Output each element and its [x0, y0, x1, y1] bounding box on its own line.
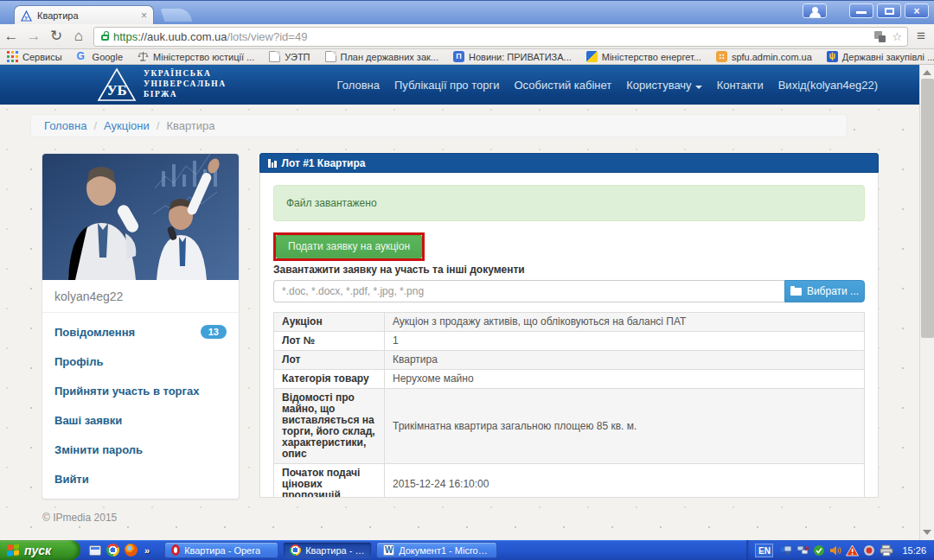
- close-button[interactable]: ×: [905, 3, 929, 18]
- task-word[interactable]: W Документ1 - Microso...: [376, 542, 497, 558]
- word-icon: W: [383, 544, 394, 556]
- person-icon: [812, 7, 818, 13]
- nav-contacts[interactable]: Контакти: [717, 79, 764, 92]
- url-host: ://auk.uub.com.ua: [138, 30, 227, 43]
- opera-icon: [171, 544, 180, 556]
- show-desktop-icon[interactable]: [89, 545, 101, 556]
- reload-icon[interactable]: ↻: [45, 25, 67, 48]
- bookmark-item[interactable]: Сервисы: [7, 51, 62, 62]
- site-favicon-icon: У: [21, 10, 32, 22]
- translate-icon[interactable]: [874, 31, 886, 42]
- network-disconnected-icon[interactable]: ✕: [796, 544, 809, 557]
- bookmark-item[interactable]: План державних зак...: [325, 51, 438, 62]
- nav-publications[interactable]: Публікації про торги: [394, 79, 499, 92]
- bookmark-item[interactable]: Міністерство енергет...: [586, 51, 701, 62]
- back-icon[interactable]: ←: [0, 25, 22, 48]
- task-chrome[interactable]: Квартира - Google C...: [283, 542, 372, 558]
- tab-title: Квартира: [37, 10, 136, 21]
- table-row: Початок подачі цінових пропозицій2015-12…: [274, 464, 865, 499]
- site-logo-text: УКРАЇНСЬКА УНІВЕРСАЛЬНА БІРЖА: [144, 69, 227, 100]
- volume-icon[interactable]: [829, 544, 841, 557]
- task-opera[interactable]: Квартира - Opera: [164, 542, 278, 558]
- lot-panel-header: Лот #1 Квартира: [259, 153, 879, 173]
- bar-chart-icon: [268, 159, 277, 168]
- chrome-menu-icon[interactable]: ≡: [917, 28, 925, 45]
- browser-toolbar: ← → ↻ ⌂ https ://auk.uub.com.ua /lots/vi…: [0, 24, 934, 49]
- sidebar: kolyan4eg22 Повідомлення 13 Профіль Прий…: [42, 153, 240, 500]
- caret-down-icon: [695, 86, 702, 89]
- sidebar-item-your-bids[interactable]: Ваші заявки: [42, 405, 239, 435]
- scrollbar-thumb[interactable]: [921, 79, 934, 338]
- sidebar-menu: Повідомлення 13 Профіль Прийняти участь …: [42, 312, 239, 499]
- network-signal-icon[interactable]: [780, 544, 792, 557]
- tab-close-icon[interactable]: ×: [141, 10, 147, 21]
- sidebar-item-messages[interactable]: Повідомлення 13: [42, 316, 239, 347]
- breadcrumb: Головна / Аукціони / Квартира: [30, 114, 848, 137]
- sidebar-item-participate[interactable]: Прийняти участь в торгах: [42, 376, 239, 405]
- traders-photo: [42, 154, 239, 280]
- table-row: Відомості про майно, що виставляється на…: [274, 389, 865, 464]
- news-icon: П: [453, 51, 464, 62]
- browser-scrollbar[interactable]: [919, 65, 934, 540]
- nav-user-menu[interactable]: Користувачу: [626, 79, 701, 92]
- google-icon: G: [77, 51, 88, 62]
- breadcrumb-auctions[interactable]: Аукціони: [104, 119, 150, 132]
- web-page: УБ УКРАЇНСЬКА УНІВЕРСАЛЬНА БІРЖА Головна…: [0, 65, 919, 540]
- file-name-input[interactable]: [273, 280, 784, 302]
- warning-icon[interactable]: [846, 544, 859, 557]
- bookmark-star-icon[interactable]: ☆: [892, 30, 902, 43]
- update-status-icon[interactable]: [863, 544, 875, 557]
- maximize-button[interactable]: [877, 3, 901, 18]
- bookmark-item[interactable]: spfu.admin.com.ua: [716, 51, 812, 62]
- forward-icon[interactable]: →: [22, 25, 45, 48]
- minimize-button[interactable]: [849, 3, 873, 18]
- bookmark-item[interactable]: ψ Державні закупівлі ...: [827, 51, 934, 62]
- sidebar-item-profile[interactable]: Профіль: [42, 347, 239, 376]
- spfu-icon: [716, 51, 727, 62]
- lot-panel-title: Лот #1 Квартира: [282, 157, 366, 169]
- task-buttons: Квартира - Opera Квартира - Google C... …: [164, 542, 497, 558]
- submit-application-button[interactable]: Подати заявку на аукціон: [276, 235, 422, 258]
- bookmark-item[interactable]: П Новини: ПРИВАТИЗА...: [453, 51, 572, 62]
- chrome-icon: [290, 544, 301, 556]
- site-logo[interactable]: УБ УКРАЇНСЬКА УНІВЕРСАЛЬНА БІРЖА: [97, 67, 227, 102]
- bookmark-item[interactable]: Міністерство юстиції ...: [138, 51, 254, 62]
- scroll-up-icon[interactable]: [923, 70, 931, 75]
- maximize-icon: [885, 8, 894, 15]
- nav-logout[interactable]: Вихід(kolyan4eg22): [778, 79, 878, 92]
- sidebar-item-change-password[interactable]: Змінити пароль: [42, 435, 239, 464]
- address-bar[interactable]: https ://auk.uub.com.ua /lots/view?id=49…: [93, 27, 908, 47]
- start-button[interactable]: пуск: [0, 540, 80, 560]
- table-row: Лот №1: [274, 332, 865, 351]
- bookmark-item[interactable]: УЭТП: [269, 51, 310, 62]
- page-icon: [325, 51, 336, 62]
- browse-button[interactable]: Вибрати ...: [784, 280, 865, 302]
- firefox-icon[interactable]: [125, 544, 138, 557]
- bookmark-item[interactable]: G Google: [77, 51, 123, 62]
- quick-launch-overflow-icon[interactable]: »: [144, 545, 150, 556]
- language-indicator[interactable]: EN: [755, 544, 773, 557]
- printer-icon[interactable]: [880, 544, 893, 557]
- lot-details-table: АукціонАукціон з продажу активів, що обл…: [273, 312, 865, 498]
- page-footer: © IPmedia 2015: [42, 512, 117, 524]
- new-tab-button[interactable]: [161, 9, 193, 22]
- scroll-down-icon[interactable]: [923, 530, 931, 535]
- windows-flag-icon: [7, 544, 19, 556]
- profile-button[interactable]: [803, 3, 827, 18]
- table-row: ЛотКвартира: [274, 351, 865, 370]
- breadcrumb-home[interactable]: Головна: [44, 119, 86, 132]
- security-check-icon[interactable]: [813, 544, 825, 557]
- nav-cabinet[interactable]: Особистий кабінет: [514, 79, 611, 92]
- site-header: УБ УКРАЇНСЬКА УНІВЕРСАЛЬНА БІРЖА Головна…: [0, 65, 919, 105]
- scales-icon: [138, 51, 149, 62]
- home-icon[interactable]: ⌂: [67, 25, 90, 48]
- breadcrumb-current: Квартира: [166, 119, 214, 132]
- chrome-icon[interactable]: [106, 544, 119, 557]
- browser-tab[interactable]: У Квартира ×: [14, 5, 154, 25]
- messages-count-badge: 13: [201, 325, 227, 339]
- sidebar-item-logout[interactable]: Вийти: [42, 464, 239, 493]
- close-icon: ×: [905, 5, 928, 17]
- minimize-icon: [856, 11, 867, 14]
- nav-home[interactable]: Головна: [337, 79, 380, 92]
- trident-icon: ψ: [827, 51, 838, 62]
